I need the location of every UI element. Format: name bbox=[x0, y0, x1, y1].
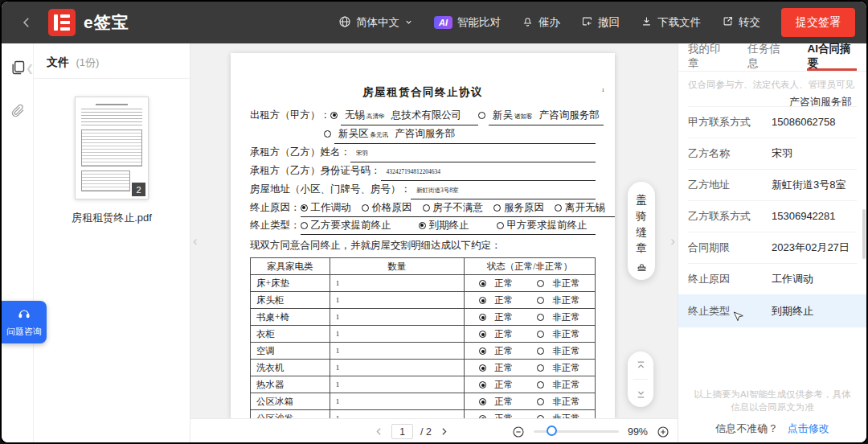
transfer-icon bbox=[722, 15, 734, 30]
reason-option: 离开无锡 bbox=[555, 199, 605, 216]
zoom-slider-knob[interactable] bbox=[547, 426, 557, 436]
page-number-input[interactable] bbox=[391, 424, 413, 439]
zoom-controls: 99% bbox=[512, 426, 669, 438]
top-header: e签宝 简体中文 AI 智能比对 催办 bbox=[2, 2, 866, 43]
summary-fields: 甲方联系方式 15086062758 乙方名称 宋羽 乙方地址 新虹街道3号8室… bbox=[678, 106, 866, 381]
cross-page-seal-button[interactable]: 盖骑缝章 bbox=[628, 182, 655, 280]
prev-page-icon[interactable] bbox=[374, 426, 384, 437]
back-icon[interactable] bbox=[19, 15, 34, 30]
tab-ai-summary[interactable]: AI合同摘要 bbox=[807, 43, 857, 71]
summary-panel: 我的印章 任务信息 AI合同摘要 仅合同参与方、法定代表人、管理员可见 产咨询服… bbox=[678, 43, 866, 444]
doc-address-line: 房屋地址（小区、门牌号、房号）： 新虹街道3号8室 bbox=[250, 181, 596, 199]
tab-my-seals[interactable]: 我的印章 bbox=[688, 43, 727, 71]
file-thumbnail[interactable]: 2 bbox=[75, 97, 149, 199]
radio-icon bbox=[493, 204, 501, 212]
scroll-bottom-icon bbox=[635, 388, 647, 400]
modify-link[interactable]: 点击修改 bbox=[788, 422, 829, 434]
radio-icon bbox=[537, 280, 544, 287]
panel-collapse-notch-icon[interactable]: ❮ bbox=[26, 63, 34, 74]
attachment-icon[interactable] bbox=[10, 103, 25, 121]
radio-icon bbox=[537, 347, 544, 355]
withdraw-button[interactable]: 撤回 bbox=[581, 15, 620, 30]
doc-tenant-name-line: 承租方（乙方）姓名： 宋羽 bbox=[250, 144, 596, 162]
doc-lessor-option3: 新吴区条元讯 产咨询服务部 bbox=[334, 125, 596, 144]
pager: / 2 bbox=[374, 424, 449, 439]
chevron-down-icon bbox=[404, 17, 413, 29]
summary-row: 乙方名称 宋羽 bbox=[688, 138, 857, 169]
table-row: 公区冰箱1正常非正常 bbox=[251, 393, 596, 410]
visibility-notice: 仅合同参与方、法定代表人、管理员可见 bbox=[678, 72, 866, 94]
file-name[interactable]: 房租租赁终止.pdf bbox=[34, 211, 190, 225]
table-header-row: 家具家电类 数量 状态（正常/非正常） bbox=[251, 258, 596, 275]
radio-icon bbox=[555, 204, 562, 212]
tab-task-info[interactable]: 任务信息 bbox=[747, 43, 787, 71]
page-total: / 2 bbox=[420, 426, 432, 438]
summary-row-highlighted[interactable]: 终止类型 到期终止 bbox=[678, 294, 866, 327]
transfer-button[interactable]: 转交 bbox=[722, 15, 760, 30]
remind-button[interactable]: 催办 bbox=[522, 15, 560, 30]
radio-selected-icon bbox=[479, 347, 486, 355]
doc-tenant-id-value: 432427194812204634 bbox=[381, 162, 596, 181]
doc-type-label: 终止类型： bbox=[250, 217, 301, 234]
bell-icon bbox=[522, 15, 534, 30]
radio-icon bbox=[537, 331, 544, 338]
radio-selected-icon bbox=[479, 398, 486, 405]
radio-icon bbox=[324, 130, 331, 138]
radio-icon bbox=[537, 314, 544, 321]
language-selector[interactable]: 简体中文 bbox=[338, 15, 413, 31]
radio-icon bbox=[478, 112, 485, 119]
doc-lessor-option2: 新吴诸如客 产咨询服务部 bbox=[489, 107, 604, 125]
summary-row: 乙方联系方式 15306942281 bbox=[688, 200, 857, 232]
headset-icon bbox=[18, 307, 31, 320]
radio-selected-icon bbox=[479, 297, 486, 304]
table-row: 公区沙发1正常非正常 bbox=[251, 410, 596, 419]
clipped-field-value: 产咨询服务部 bbox=[678, 94, 866, 106]
next-page-icon[interactable] bbox=[439, 426, 449, 437]
reason-option: 工作调动 bbox=[301, 199, 351, 216]
radio-selected-icon bbox=[479, 381, 486, 388]
submit-sign-button[interactable]: 提交签署 bbox=[781, 8, 855, 37]
doc-lessor-option1: 无锡高清华 息技术有限公司 bbox=[341, 107, 478, 125]
withdraw-label: 撤回 bbox=[598, 15, 620, 30]
transfer-label: 转交 bbox=[739, 15, 760, 30]
radio-selected-icon bbox=[479, 314, 486, 321]
zoom-out-icon[interactable] bbox=[512, 426, 525, 438]
document-page[interactable]: 1 房屋租赁合同终止协议 出租方（甲方）： 无锡高清华 息技术有限公司 新吴诸如… bbox=[231, 53, 615, 418]
collapse-left-chevron-icon[interactable]: ‹ bbox=[193, 233, 198, 249]
esign-logo-icon bbox=[48, 9, 76, 36]
table-row: 书桌+椅1正常非正常 bbox=[251, 309, 596, 326]
doc-address-label: 房屋地址（小区、门牌号、房号）： bbox=[250, 181, 411, 198]
consult-label: 问题咨询 bbox=[2, 326, 47, 338]
panel-scrollbar[interactable] bbox=[862, 209, 866, 259]
zoom-in-icon[interactable] bbox=[657, 426, 669, 438]
summary-row: 乙方地址 新虹街道3号8室 bbox=[688, 169, 857, 200]
download-icon bbox=[641, 15, 653, 30]
radio-selected-icon bbox=[330, 112, 338, 119]
download-button[interactable]: 下载文件 bbox=[641, 15, 701, 30]
language-label: 简体中文 bbox=[356, 15, 399, 30]
type-option: 到期终止 bbox=[419, 217, 469, 234]
withdraw-icon bbox=[581, 15, 593, 30]
table-row: 空调1正常非正常 bbox=[251, 343, 596, 360]
inaccurate-text: 信息不准确？ bbox=[715, 422, 778, 434]
consult-button[interactable]: 问题咨询 bbox=[2, 301, 47, 343]
radio-icon bbox=[362, 204, 369, 212]
brand-title: e签宝 bbox=[84, 11, 129, 34]
file-list-icon[interactable] bbox=[10, 60, 26, 79]
ai-compare-button[interactable]: AI 智能比对 bbox=[434, 15, 501, 30]
ai-disclaimer: 以上摘要为AI智能生成仅供参考，具体信息以合同原文为准 bbox=[678, 381, 866, 417]
fix-row: 信息不准确？ 点击修改 bbox=[678, 417, 866, 444]
zoom-slider[interactable] bbox=[534, 430, 619, 433]
scroll-to-bottom-button[interactable] bbox=[628, 380, 653, 407]
page-count-badge: 2 bbox=[132, 183, 145, 196]
type-option: 乙方要求提前终止 bbox=[301, 217, 391, 234]
file-panel-header: 文件 (1份) bbox=[34, 43, 190, 79]
thumbnail-mock-table bbox=[81, 130, 142, 166]
thumbnail-mock-title bbox=[96, 104, 128, 105]
radio-selected-icon bbox=[301, 204, 308, 212]
collapse-right-chevron-icon[interactable]: › bbox=[670, 233, 675, 249]
summary-tabs: 我的印章 任务信息 AI合同摘要 bbox=[678, 43, 866, 72]
radio-selected-icon bbox=[419, 222, 426, 229]
scroll-to-top-button[interactable] bbox=[628, 352, 653, 379]
zoom-level: 99% bbox=[628, 426, 648, 438]
